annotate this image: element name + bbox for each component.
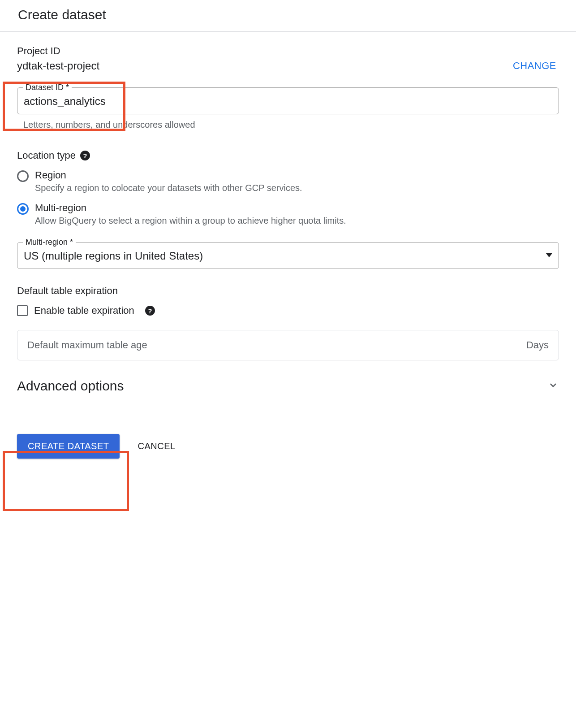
max-table-age-suffix: Days: [526, 339, 549, 351]
dataset-id-helper: Letters, numbers, and underscores allowe…: [23, 120, 556, 130]
multiregion-legend: Multi-region *: [23, 238, 76, 247]
max-table-age-field: Default maximum table age Days: [17, 330, 559, 360]
radio-multiregion-label: Multi-region: [35, 202, 346, 214]
dataset-id-legend: Dataset ID *: [23, 83, 72, 92]
project-id-label: Project ID: [17, 45, 99, 57]
radio-multiregion-desc: Allow BigQuery to select a region within…: [35, 216, 346, 226]
radio-region-row[interactable]: Region Specify a region to colocate your…: [17, 169, 559, 193]
radio-multiregion-row[interactable]: Multi-region Allow BigQuery to select a …: [17, 202, 559, 226]
dataset-id-field[interactable]: Dataset ID *: [17, 83, 559, 114]
help-icon[interactable]: ?: [80, 151, 90, 160]
dataset-id-input[interactable]: [24, 92, 552, 108]
help-icon[interactable]: ?: [145, 306, 155, 316]
expiration-title: Default table expiration: [17, 285, 118, 297]
panel-title: Create dataset: [18, 7, 106, 22]
enable-expiration-checkbox[interactable]: [17, 305, 28, 316]
advanced-options-toggle[interactable]: Advanced options: [17, 378, 559, 394]
enable-expiration-label: Enable table expiration: [34, 305, 134, 316]
radio-region[interactable]: [17, 170, 29, 182]
cancel-button[interactable]: CANCEL: [135, 441, 178, 452]
advanced-options-title: Advanced options: [17, 378, 124, 394]
panel-header: Create dataset: [0, 0, 576, 32]
chevron-down-icon: [547, 379, 559, 393]
multiregion-value: US (multiple regions in United States): [24, 247, 546, 263]
radio-multiregion[interactable]: [17, 203, 29, 215]
location-type-title: Location type: [17, 150, 76, 161]
radio-region-label: Region: [35, 169, 302, 181]
radio-region-desc: Specify a region to colocate your datase…: [35, 183, 302, 193]
multiregion-select[interactable]: Multi-region * US (multiple regions in U…: [17, 238, 559, 269]
max-table-age-placeholder: Default maximum table age: [27, 339, 147, 351]
change-project-button[interactable]: CHANGE: [510, 60, 559, 72]
project-id-value: ydtak-test-project: [17, 60, 99, 72]
caret-down-icon: [546, 253, 552, 257]
create-dataset-button[interactable]: CREATE DATASET: [17, 434, 120, 459]
